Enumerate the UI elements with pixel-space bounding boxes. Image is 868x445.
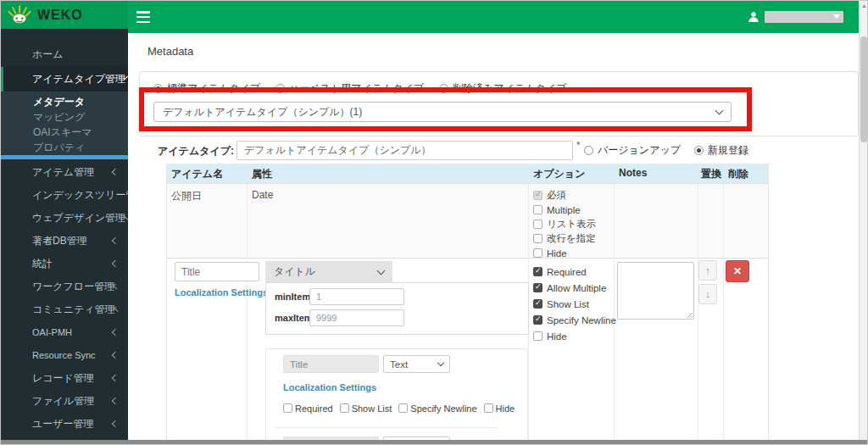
sidebar-item-statistics[interactable]: 統計 <box>1 253 128 275</box>
sidebar-item-file-mgmt[interactable]: ファイル管理 <box>1 390 128 412</box>
sidebar-item-webdesign-mgmt[interactable]: ウェブデザイン管理 <box>1 207 128 229</box>
sidebar-item-user-mgmt[interactable]: ユーザー管理 <box>1 413 128 435</box>
col-notes: Notes <box>614 164 698 183</box>
top-navbar: WEKO <box>1 1 859 33</box>
sidebar-item-home[interactable]: ホーム <box>1 43 128 65</box>
sidebar-item-oai-pmh[interactable]: OAI-PMH <box>1 321 128 343</box>
notes-textarea[interactable] <box>617 262 694 320</box>
main-content: Metadata 標準アイテムタイプ ハーベスト用アイテムタイプ 削除済みアイテ… <box>128 33 859 445</box>
col-replace: 置換 <box>698 164 723 183</box>
delete-row-button[interactable]: ✕ <box>726 260 749 282</box>
checkbox-show-list[interactable]: Show List <box>533 296 616 312</box>
down-arrow-icon: ↓ <box>705 289 710 299</box>
chevron-left-icon <box>112 420 119 427</box>
pubdate-attribute: Date <box>252 189 273 201</box>
checkbox-icon <box>533 267 542 276</box>
checkbox-required[interactable]: Required <box>283 401 333 415</box>
checkbox-specify-newline[interactable]: Specify Newline <box>533 312 616 328</box>
minmax-panel: minItems 1 maxItems 9999 <box>265 282 529 335</box>
user-menu[interactable] <box>748 1 843 33</box>
sidebar-item-community-mgmt[interactable]: コミュニティ管理 <box>1 298 128 320</box>
attribute-type-select[interactable]: タイトル <box>265 261 392 282</box>
column-line <box>723 183 724 445</box>
checkbox-multiple[interactable]: Multiple <box>533 203 596 217</box>
page-title: Metadata <box>147 45 193 58</box>
radio-harvest-itemtype[interactable]: ハーベスト用アイテムタイプ <box>275 81 424 96</box>
title-name-input[interactable]: Title <box>175 262 259 281</box>
chevron-left-icon <box>112 329 119 336</box>
brand-title: WEKO <box>37 8 83 23</box>
window-bottom-edge <box>1 440 868 444</box>
sidebar-subitem-oai-schema[interactable]: OAIスキーマ <box>1 125 128 140</box>
username-redacted <box>765 11 843 23</box>
checkbox-icon <box>533 283 542 292</box>
sidebar-item-resource-sync[interactable]: Resource Sync <box>1 344 128 366</box>
title-options: Required Allow Multiple Show List Specif… <box>533 264 616 344</box>
radio-standard-itemtype[interactable]: 標準アイテムタイプ <box>153 81 260 96</box>
sidebar-item-itemtype-mgmt[interactable]: アイテムタイプ管理 <box>1 67 128 92</box>
checkbox-show-list[interactable]: リスト表示 <box>533 217 596 231</box>
sidebar-item-authordb-mgmt[interactable]: 著者DB管理 <box>1 230 128 252</box>
checkbox-hide[interactable]: Hide <box>533 328 616 344</box>
sidebar-item-indextree-mgmt[interactable]: インデックスツリー管理 <box>1 184 128 206</box>
itemtype-name-label: アイテムタイプ: <box>145 144 234 159</box>
sidebar-item-workflow-mgmt[interactable]: ワークフロー管理 <box>1 275 128 298</box>
radio-version-upgrade[interactable]: バージョンアップ <box>584 143 681 158</box>
radio-icon <box>694 146 704 155</box>
checkbox-show-list[interactable]: Show List <box>340 401 392 415</box>
scrollbar-thumb[interactable] <box>860 36 867 142</box>
move-down-button[interactable]: ↓ <box>698 284 717 304</box>
checkbox-icon <box>533 220 542 229</box>
col-item-name: アイテム名 <box>166 164 247 183</box>
chevron-down-icon <box>377 266 386 275</box>
table-right-border <box>768 164 769 445</box>
checkbox-icon <box>533 248 542 258</box>
column-line <box>698 183 698 445</box>
chevron-left-icon <box>112 237 119 244</box>
weko-logo[interactable]: WEKO <box>1 1 128 29</box>
sidebar-subitem-property[interactable]: プロパティ <box>1 140 128 155</box>
radio-new-register[interactable]: 新規登録 <box>694 143 748 158</box>
move-up-button[interactable]: ↑ <box>698 260 717 281</box>
checkbox-required[interactable]: 必須 <box>533 188 596 203</box>
checkbox-icon <box>484 403 493 413</box>
sub-localization-settings-link[interactable]: Localization Settings <box>283 382 376 392</box>
sidebar-subitem-mapping[interactable]: マッピング <box>1 109 128 125</box>
min-items-input[interactable]: 1 <box>309 288 404 305</box>
sub-title-input[interactable]: Title <box>283 355 379 373</box>
checkbox-allow-multiple[interactable]: Allow Multiple <box>533 280 616 296</box>
sidebar-subitem-metadata[interactable]: メタデータ <box>1 94 128 109</box>
itemtype-name-input[interactable]: デフォルトアイテムタイプ（シンプル） <box>236 141 573 160</box>
sub-type-select[interactable]: Text <box>383 355 450 373</box>
col-option: オプション <box>528 164 614 183</box>
checkbox-specify-newline[interactable]: Specify Newline <box>398 401 476 415</box>
localization-settings-link[interactable]: Localization Settings <box>175 287 268 298</box>
checkbox-icon <box>533 205 542 214</box>
checkbox-icon <box>533 234 542 243</box>
chevron-left-icon <box>112 398 119 404</box>
sidebar-item-item-mgmt[interactable]: アイテム管理 <box>1 161 128 183</box>
chevron-down-icon <box>437 359 444 366</box>
sidebar-toggle-hamburger-icon[interactable] <box>136 11 150 23</box>
resize-handle-icon[interactable] <box>685 310 693 318</box>
chevron-left-icon <box>112 260 119 267</box>
chevron-down-icon <box>715 107 724 115</box>
checkbox-icon <box>533 191 542 200</box>
close-x-icon: ✕ <box>733 265 742 277</box>
col-delete: 削除 <box>723 164 768 183</box>
row-divider <box>166 258 768 259</box>
required-asterisk: * <box>576 140 580 150</box>
checkbox-hide[interactable]: Hide <box>484 401 515 415</box>
sidebar-blue-divider <box>1 155 128 159</box>
radio-icon <box>584 146 593 155</box>
radio-deleted-itemtype[interactable]: 削除済みアイテムタイプ <box>439 81 566 96</box>
register-mode-radios: バージョンアップ 新規登録 <box>584 143 748 158</box>
caret-down-icon <box>833 14 840 19</box>
sidebar-item-record-mgmt[interactable]: レコード管理 <box>1 367 128 389</box>
checkbox-required[interactable]: Required <box>533 264 616 280</box>
max-items-input[interactable]: 9999 <box>309 309 404 326</box>
table-left-border <box>166 164 167 445</box>
scrollbar-up-button[interactable]: ▲ <box>860 1 868 10</box>
itemtype-select-dropdown[interactable]: デフォルトアイテムタイプ（シンプル）(1) <box>153 102 732 122</box>
checkbox-specify-newline[interactable]: 改行を指定 <box>533 231 596 246</box>
